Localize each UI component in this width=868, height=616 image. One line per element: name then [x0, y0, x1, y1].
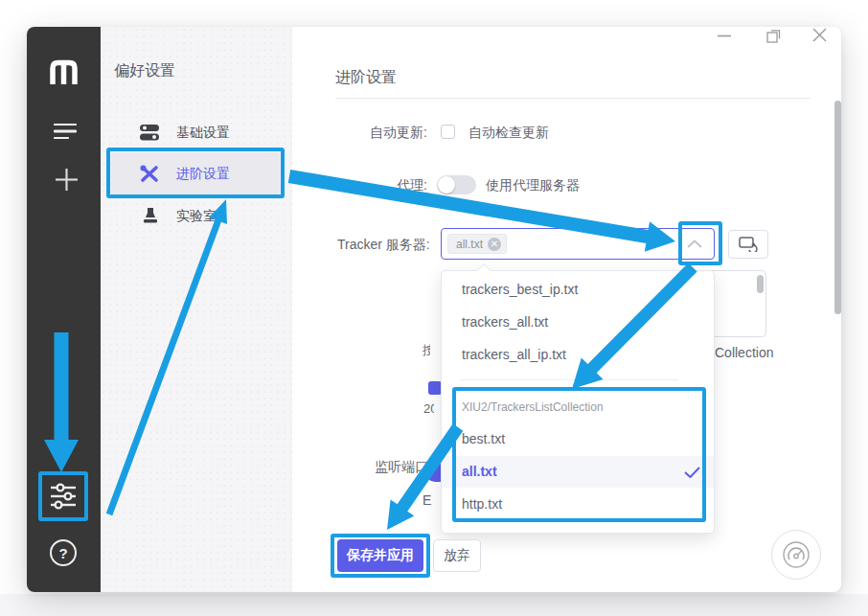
listen-port-label: 监听端口: [375, 459, 432, 476]
sync-trackers-button[interactable] [728, 230, 768, 259]
minimize-icon[interactable] [718, 34, 731, 37]
motrix-logo [48, 58, 80, 84]
tracker-label: Tracker 服务器: [337, 237, 430, 254]
sync-icon [739, 237, 758, 252]
description-fragment-1: 按行分隔 [423, 342, 430, 359]
proxy-toggle[interactable] [437, 175, 476, 194]
tracker-tag-label: all.txt [456, 238, 483, 251]
help-button[interactable]: ? [50, 539, 77, 566]
dropdown-option[interactable]: trackers_all.txt [462, 314, 548, 330]
auto-sync-checkbox-fragment[interactable] [428, 381, 442, 395]
speed-limit-button[interactable] [771, 530, 821, 580]
restore-icon[interactable] [766, 29, 781, 43]
speedometer-icon [781, 539, 811, 570]
trackerslist-link-fragment[interactable]: Collection [715, 345, 773, 360]
annotation-box-save-button [331, 534, 430, 578]
panel-title: 偏好设置 [114, 61, 175, 81]
proxy-label: 代理: [397, 177, 427, 194]
sidebar-item-basic[interactable]: 基础设置 [111, 115, 280, 149]
task-list-icon[interactable] [54, 123, 77, 140]
sidebar-item-basic-label: 基础设置 [176, 125, 230, 142]
annotation-box-advanced-menu [106, 148, 285, 198]
description-fragment-2: 《 [423, 363, 429, 380]
dropdown-divider [460, 379, 678, 380]
text-fragment: E [423, 492, 433, 508]
sync-date-fragment: 2021 [423, 401, 434, 416]
lab-stamp-icon [143, 207, 158, 224]
dropdown-option[interactable]: trackers_best_ip.txt [462, 282, 578, 297]
auto-update-label: 自动更新: [370, 125, 427, 142]
sidebar-item-lab-label: 实验室 [176, 208, 217, 225]
dropdown-option[interactable]: trackers_all_ip.txt [462, 347, 566, 362]
discard-button[interactable]: 放弃 [433, 539, 481, 572]
tag-close-icon[interactable]: ✕ [488, 238, 501, 251]
proxy-toggle-label: 使用代理服务器 [486, 177, 580, 194]
auto-update-checkbox-label: 自动检查更新 [468, 125, 549, 142]
add-task-icon[interactable] [55, 168, 79, 192]
annotation-box-sliders-icon [38, 471, 88, 521]
preferences-panel [101, 27, 292, 592]
textarea-scrollbar[interactable] [757, 275, 764, 293]
auto-update-checkbox[interactable] [441, 125, 455, 139]
annotation-box-dropdown-group [452, 387, 706, 522]
toggles-icon [140, 124, 159, 141]
window-scrollbar[interactable] [834, 101, 841, 314]
page-title: 进阶设置 [335, 68, 397, 88]
page: ? 偏好设置 基础设置 进阶设置 实验室 [0, 0, 868, 616]
title-divider [335, 98, 810, 99]
sidebar-item-lab[interactable]: 实验室 [111, 198, 280, 233]
page-bottom-band [0, 594, 868, 616]
annotation-box-chevron [678, 221, 722, 265]
tracker-tag: all.txt ✕ [447, 234, 507, 254]
close-icon[interactable] [812, 28, 827, 42]
toggle-knob [438, 176, 455, 194]
question-mark-icon: ? [58, 545, 67, 561]
